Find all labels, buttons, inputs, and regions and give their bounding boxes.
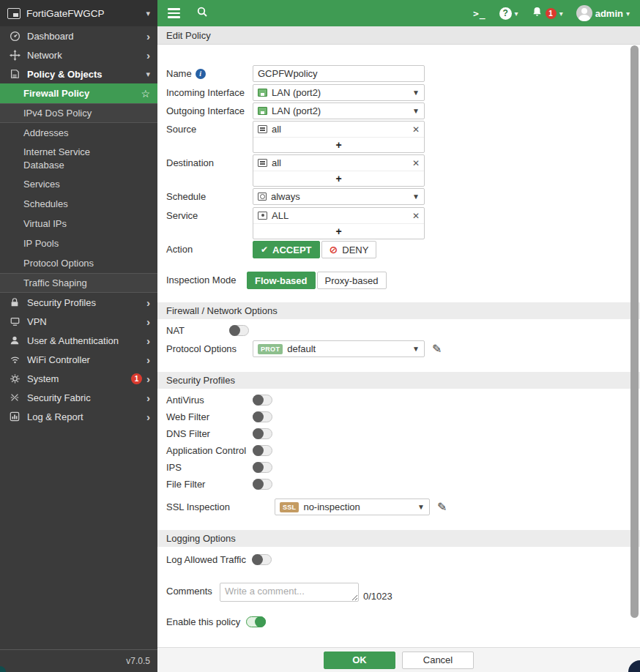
log-allowed-traffic-row: Log Allowed Traffic	[157, 554, 640, 565]
remove-icon[interactable]: ✕	[412, 211, 420, 221]
dns-filter-toggle[interactable]	[253, 428, 272, 439]
incoming-interface-select[interactable]: LAN (port2) ▼	[253, 84, 425, 101]
notifications-menu[interactable]: 1 ▾	[532, 6, 563, 20]
section-logging-options: Logging Options	[157, 530, 640, 547]
fortigate-logo-icon	[7, 8, 21, 19]
policy-doc-icon	[9, 68, 21, 80]
scrollbar-thumb[interactable]	[630, 45, 639, 618]
page-title: Edit Policy	[157, 26, 640, 45]
protocol-options-row: Protocol Options PROT default ▼ ✎	[157, 340, 640, 357]
destination-entry[interactable]: all ✕	[253, 155, 424, 171]
name-label: Name	[166, 68, 192, 79]
chevron-down-icon: ▾	[626, 10, 630, 18]
app-window: FortiGateFWGCP ▾ Dashboard › Network › P…	[0, 0, 640, 672]
file-filter-label: File Filter	[166, 479, 253, 490]
sidebar-item-vpn[interactable]: VPN ›	[0, 312, 157, 331]
action-deny-button[interactable]: ⊘ DENY	[321, 241, 377, 258]
firmware-version: v7.0.5	[0, 649, 157, 672]
source-entry[interactable]: all ✕	[253, 122, 424, 138]
chevron-right-icon: ›	[146, 50, 150, 61]
sidebar-subitem-schedules[interactable]: Schedules	[0, 194, 157, 214]
sidebar: FortiGateFWGCP ▾ Dashboard › Network › P…	[0, 0, 157, 672]
sidebar-item-user-authentication[interactable]: User & Authentication ›	[0, 331, 157, 350]
bell-icon	[532, 6, 543, 20]
inspection-proxy-button[interactable]: Proxy-based	[317, 272, 387, 289]
ssl-inspection-label: SSL Inspection	[166, 499, 275, 512]
sidebar-subitem-internet-service-database[interactable]: Internet Service Database	[0, 143, 157, 174]
search-icon[interactable]	[196, 6, 208, 20]
sidebar-subitem-ip-pools[interactable]: IP Pools	[0, 234, 157, 253]
protocol-options-select[interactable]: PROT default ▼	[253, 340, 425, 357]
sidebar-subitem-addresses[interactable]: Addresses	[0, 123, 157, 143]
ssl-inspection-select[interactable]: SSL no-inspection ▼	[275, 499, 430, 515]
schedule-select[interactable]: always ▼	[253, 188, 425, 205]
chevron-right-icon: ›	[146, 354, 150, 365]
chevron-down-icon: ▾	[559, 10, 563, 18]
sidebar-subitem-protocol-options[interactable]: Protocol Options	[0, 253, 157, 273]
service-entry[interactable]: ALL ✕	[253, 208, 424, 224]
ips-label: IPS	[166, 462, 253, 473]
lock-icon	[9, 296, 21, 308]
help-menu[interactable]: ? ▾	[499, 7, 518, 20]
user-icon	[9, 335, 21, 346]
application-control-label: Application Control	[166, 445, 253, 456]
service-label: Service	[166, 207, 253, 221]
dns-filter-row: DNS Filter	[157, 428, 640, 439]
sidebar-subitem-firewall-policy[interactable]: Firewall Policy ☆	[0, 83, 157, 103]
notification-badge: 1	[131, 373, 142, 384]
sidebar-item-policy-objects[interactable]: Policy & Objects ▾	[0, 64, 157, 83]
service-add-button[interactable]: +	[253, 224, 424, 239]
sidebar-subitem-virtual-ips[interactable]: Virtual IPs	[0, 214, 157, 234]
chevron-right-icon: ›	[146, 297, 150, 308]
application-control-toggle[interactable]	[253, 445, 272, 456]
star-icon[interactable]: ☆	[141, 88, 150, 100]
schedule-label: Schedule	[166, 188, 253, 202]
inspection-flow-button[interactable]: Flow-based	[247, 272, 316, 289]
log-allowed-traffic-toggle[interactable]	[252, 554, 272, 565]
sidebar-item-log-report[interactable]: Log & Report ›	[0, 407, 157, 426]
sidebar-item-wifi-controller[interactable]: WiFi Controller ›	[0, 350, 157, 369]
sidebar-item-security-fabric[interactable]: Security Fabric ›	[0, 388, 157, 407]
remove-icon[interactable]: ✕	[412, 124, 420, 135]
nat-toggle[interactable]	[229, 325, 249, 336]
source-add-button[interactable]: +	[253, 138, 424, 152]
sidebar-subitem-ipv4-dos-policy[interactable]: IPv4 DoS Policy	[0, 103, 157, 123]
check-icon: ✔	[261, 244, 268, 255]
edit-pencil-icon[interactable]: ✎	[437, 499, 447, 514]
ssl-badge: SSL	[280, 502, 299, 512]
remove-icon[interactable]: ✕	[412, 158, 420, 168]
edit-pencil-icon[interactable]: ✎	[432, 340, 442, 356]
address-icon	[258, 125, 267, 133]
sidebar-item-system[interactable]: System 1 ›	[0, 369, 157, 388]
ok-button[interactable]: OK	[324, 652, 395, 669]
antivirus-toggle[interactable]	[253, 395, 272, 406]
sidebar-subitem-traffic-shaping[interactable]: Traffic Shaping	[0, 273, 157, 293]
web-filter-row: Web Filter	[157, 411, 640, 422]
outgoing-interface-select[interactable]: LAN (port2) ▼	[253, 102, 425, 119]
sidebar-item-dashboard[interactable]: Dashboard ›	[0, 26, 157, 45]
hamburger-menu-icon[interactable]	[168, 8, 180, 18]
cli-console-icon[interactable]: >_	[473, 8, 486, 19]
bar-chart-icon	[9, 411, 21, 422]
user-menu[interactable]: admin ▾	[576, 5, 630, 21]
comments-textarea[interactable]	[220, 583, 359, 602]
cancel-button[interactable]: Cancel	[402, 652, 474, 669]
web-filter-toggle[interactable]	[253, 411, 272, 422]
ips-toggle[interactable]	[253, 462, 272, 473]
form-footer: OK Cancel	[157, 647, 640, 672]
device-selector[interactable]: FortiGateFWGCP ▾	[0, 0, 157, 26]
action-accept-button[interactable]: ✔ ACCEPT	[253, 241, 320, 258]
incoming-interface-row: Incoming Interface LAN (port2) ▼	[157, 84, 640, 101]
sidebar-subitem-services[interactable]: Services	[0, 174, 157, 194]
enable-policy-toggle[interactable]	[246, 616, 266, 627]
info-icon: i	[196, 69, 206, 79]
sidebar-item-network[interactable]: Network ›	[0, 45, 157, 64]
sidebar-item-security-profiles[interactable]: Security Profiles ›	[0, 293, 157, 312]
help-icon: ?	[499, 7, 512, 20]
destination-add-button[interactable]: +	[253, 171, 424, 186]
policy-name-input[interactable]	[253, 65, 425, 82]
chevron-right-icon: ›	[146, 411, 150, 422]
file-filter-toggle[interactable]	[253, 479, 272, 490]
protocol-options-label: Protocol Options	[166, 340, 253, 354]
top-navbar: >_ ? ▾ 1 ▾ admin ▾	[157, 0, 640, 26]
